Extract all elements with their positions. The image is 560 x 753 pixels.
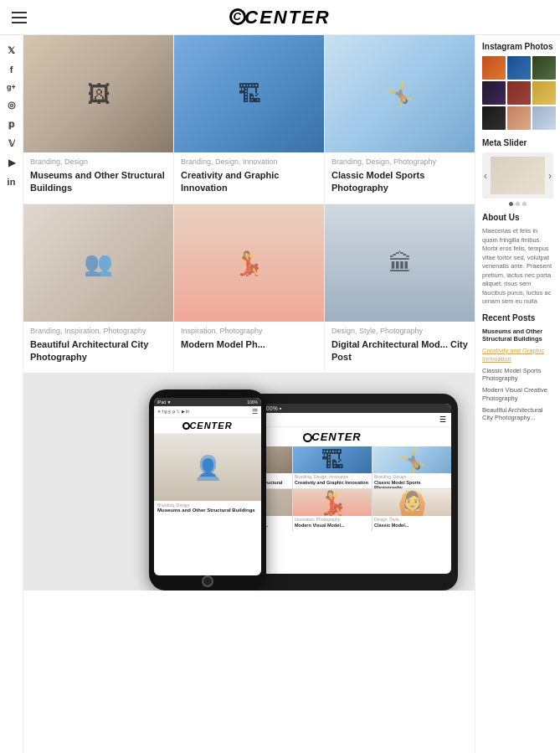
instagram-photo[interactable] (482, 56, 506, 80)
instagram-photo[interactable] (482, 81, 506, 105)
phone-logo: CENTER (154, 418, 261, 434)
tablet-post-card: Branding, Design, Classic Model Sports P… (372, 446, 451, 488)
post-title[interactable]: Museums and Other Structural Buildings (23, 168, 173, 204)
phone-post-title: Museums and Other Structural Buildings (154, 508, 261, 513)
post-image (23, 204, 173, 322)
recent-post-item[interactable]: Beautiful Architectural City Photography… (482, 406, 553, 423)
phone-status-text: iPad ▼ (157, 400, 171, 405)
post-card: Inspiration, Photography Modern Model Ph… (174, 204, 324, 373)
meta-slider-section: Meta Slider ‹ › (482, 138, 553, 206)
instagram-grid (482, 56, 553, 130)
phone-menu-icon[interactable]: ☰ (252, 408, 258, 415)
post-title[interactable]: Digital Architectural Mod... City Post (325, 337, 475, 373)
post-image (325, 204, 475, 322)
tablet-menu-icon[interactable]: ☰ (439, 415, 446, 424)
phone-nav-icons: ✕ f g ◎ 𝕡 𝕍 ▶ in ☰ (154, 406, 261, 418)
instagram-photo[interactable] (507, 56, 531, 80)
instagram-photo[interactable] (532, 81, 556, 105)
youtube-icon[interactable]: ▶ (8, 157, 15, 168)
slider-preview: ‹ › (482, 152, 553, 199)
instagram-photo[interactable] (507, 106, 531, 130)
tablet-post-title: Modern Visual Model... (293, 523, 372, 528)
phone-mockup: iPad ▼ 100% ✕ f g ◎ 𝕡 𝕍 ▶ in ☰ CENTER 👤 … (149, 389, 266, 591)
post-card: Design, Style, Photography Digital Archi… (325, 204, 475, 373)
recent-posts-title: Recent Posts (482, 313, 553, 322)
tablet-post-title: Creativity and Graphic Innovation (293, 480, 372, 485)
phone-social-icons: ✕ f g ◎ 𝕡 𝕍 ▶ in (157, 409, 189, 414)
linkedin-icon[interactable]: in (8, 177, 16, 187)
tablet-post-meta: Branding, Design, Innovation (293, 473, 372, 480)
post-image (325, 35, 475, 152)
post-image (174, 35, 324, 152)
social-sidebar: 𝕏 f g+ ◎ 𝕡 𝕍 ▶ in (0, 35, 23, 753)
tablet-post-card: Innovation, Photography Modern Visual Mo… (293, 489, 372, 531)
tablet-post-meta: Design, Style... (372, 516, 451, 523)
phone-time: 100% (247, 400, 258, 405)
post-meta: Branding, Design, Photography (325, 152, 475, 168)
tablet-post-meta: Innovation, Photography (293, 516, 372, 523)
instagram-photo[interactable] (482, 106, 506, 130)
tablet-post-card: Branding, Design, Innovation Creativity … (293, 446, 372, 488)
right-sidebar: Instagram Photos Meta Slider ‹ › (475, 35, 560, 753)
tablet-post-title: Classic Model Sports Photography (372, 480, 451, 488)
phone-post-image: 👤 (154, 434, 261, 501)
post-meta: Branding, Inspiration, Photography (23, 322, 173, 337)
post-meta: Branding, Design (23, 152, 173, 168)
instagram-section-title: Instagram Photos (482, 42, 553, 51)
recent-post-item[interactable]: Classic Model Sports Photography (482, 367, 553, 384)
meta-slider-title: Meta Slider (482, 138, 553, 147)
tablet-post-title: Classic Model... (372, 523, 451, 528)
post-image (174, 204, 324, 322)
facebook-icon[interactable]: f (10, 64, 13, 75)
recent-post-item[interactable]: Creativity and Graphic Innovation (482, 347, 553, 364)
twitter-icon[interactable]: 𝕏 (8, 45, 15, 56)
instagram-photo[interactable] (532, 56, 556, 80)
instagram-icon[interactable]: ◎ (8, 100, 16, 111)
content-area: Branding, Design Museums and Other Struc… (23, 35, 475, 753)
post-meta: Branding, Design, Innovation (174, 152, 324, 168)
recent-post-item[interactable]: Museums and Other Structural Buildings (482, 328, 553, 344)
site-header: CCENTER (0, 0, 560, 35)
about-text: Maecenas et felis in quam fringilla fini… (482, 227, 553, 307)
post-card: Branding, Inspiration, Photography Beaut… (23, 204, 173, 373)
logo-circle: C (229, 8, 246, 25)
recent-post-item[interactable]: Modern Visual Creative Photography (482, 386, 553, 403)
instagram-photo[interactable] (507, 81, 531, 105)
device-section: iPad ▼ 100% ✕ f g ◎ 𝕡 𝕍 ▶ in ☰ CENTER 👤 … (23, 373, 475, 591)
post-image (23, 35, 173, 152)
recent-posts-list: Museums and Other Structural Buildings C… (482, 328, 553, 423)
slider-dot[interactable] (522, 202, 527, 206)
slider-prev-button[interactable]: ‹ (484, 170, 487, 182)
slider-dots (482, 202, 553, 206)
post-title[interactable]: Modern Model Ph... (174, 337, 324, 359)
hamburger-menu[interactable] (12, 12, 27, 23)
post-meta: Inspiration, Photography (174, 322, 324, 337)
main-wrapper: 𝕏 f g+ ◎ 𝕡 𝕍 ▶ in Branding, Design Museu… (0, 35, 560, 753)
site-logo: CCENTER (229, 7, 330, 28)
post-title[interactable]: Creativity and Graphic Innovation (174, 168, 324, 204)
post-card: Branding, Design Museums and Other Struc… (23, 35, 173, 204)
tablet-post-meta: Branding, Design, (372, 473, 451, 480)
post-meta: Design, Style, Photography (325, 322, 475, 337)
phone-status-bar: iPad ▼ 100% (154, 398, 261, 406)
vimeo-icon[interactable]: 𝕍 (8, 138, 15, 149)
post-card: Branding, Design, Photography Classic Mo… (325, 35, 475, 204)
pinterest-icon[interactable]: 𝕡 (8, 119, 15, 130)
tablet-post-card: Design, Style... Classic Model... (372, 489, 451, 531)
post-grid: Branding, Design Museums and Other Struc… (23, 35, 475, 373)
slider-dot[interactable] (509, 202, 513, 206)
instagram-photo[interactable] (532, 106, 556, 130)
post-title[interactable]: Classic Model Sports Photography (325, 168, 475, 204)
slider-dot[interactable] (516, 202, 520, 206)
slider-next-button[interactable]: › (548, 170, 552, 182)
google-plus-icon[interactable]: g+ (7, 83, 16, 91)
slider-image (491, 157, 545, 194)
post-title[interactable]: Beautiful Architectural City Photography (23, 337, 173, 373)
post-card: Branding, Design, Innovation Creativity … (174, 35, 324, 204)
phone-home-button[interactable] (202, 575, 213, 587)
phone-post-meta: Branding, Design (154, 501, 261, 508)
phone-screen: iPad ▼ 100% ✕ f g ◎ 𝕡 𝕍 ▶ in ☰ CENTER 👤 … (154, 398, 261, 575)
about-section-title: About Us (482, 213, 553, 222)
